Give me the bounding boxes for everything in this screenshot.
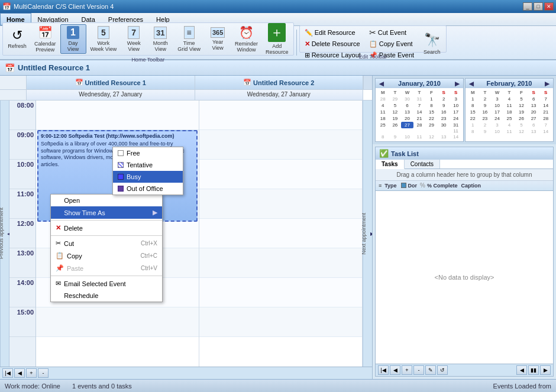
submenu-out-of-office-label: Out of Office	[127, 185, 163, 192]
ctx-open-icon	[56, 197, 61, 204]
col-dor: Dor	[406, 182, 419, 189]
ctx-sep-3	[51, 276, 162, 276]
main-content: 📅 Untitled Resource 1 📅 Untitled Resourc…	[0, 76, 556, 379]
resource-2-icon: 📅	[243, 79, 251, 86]
ctx-copy-shortcut: Ctrl+C	[140, 252, 157, 259]
ctx-sep-1	[51, 220, 162, 221]
title-bar-text: 📅 MultiCalendar C/S Client Version 4	[2, 2, 114, 11]
nav-add-button[interactable]: +	[26, 368, 37, 378]
ctx-cut-shortcut: Ctrl+X	[141, 240, 157, 247]
next-appointment-nav[interactable]: ▶ Next appointment	[363, 101, 372, 367]
resource-header-1: 📅 Untitled Resource 1	[27, 76, 195, 89]
calendar-preview-icon: 📅	[38, 25, 53, 40]
prev-appointment-nav[interactable]: ◀ Previous appointment	[0, 101, 9, 367]
jan-next-arrow[interactable]: ▶	[454, 80, 461, 87]
reminder-window-button[interactable]: ⏰ ReminderWindow	[231, 24, 261, 54]
ctx-email-event[interactable]: ✉ Email Selected Event	[51, 277, 162, 290]
tab-contacts[interactable]: Contacts	[405, 160, 440, 169]
resource-header-2: 📅 Untitled Resource 2	[195, 76, 364, 89]
col-caption: Caption	[460, 182, 483, 189]
edit-resource-button[interactable]: ✏️ Edit Resource	[301, 27, 364, 38]
ctx-copy-label: Copy	[67, 252, 82, 260]
busy-icon	[118, 174, 124, 180]
page-title-icon: 📅	[5, 63, 15, 73]
ctx-copy[interactable]: 📋 Copy Ctrl+C	[51, 250, 162, 262]
maximize-button[interactable]: □	[534, 2, 543, 11]
day-view-button[interactable]: 1 DayView	[60, 24, 86, 54]
cell-r2-9	[199, 130, 362, 160]
ctx-paste[interactable]: 📌 Paste Ctrl+V	[51, 262, 162, 274]
year-view-button[interactable]: 365 YearView	[205, 24, 231, 54]
task-list-title: Task List	[391, 150, 419, 157]
ctx-paste-label: Paste	[67, 265, 83, 272]
nav-prev-button[interactable]: ◀	[14, 368, 25, 378]
ctx-reschedule-label: Reschedule	[64, 292, 98, 299]
copy-event-button[interactable]: 📋 Copy Event	[366, 38, 418, 49]
time-grid-view-button[interactable]: ≡ TimeGrid View	[174, 24, 204, 54]
ctx-cut[interactable]: ✂ Cut Ctrl+X	[51, 237, 162, 250]
tentative-icon	[118, 162, 124, 168]
submenu-free[interactable]: Free	[113, 147, 183, 159]
feb-next-arrow[interactable]: ▶	[544, 80, 551, 87]
task-scroll-left[interactable]: ◀	[516, 365, 527, 375]
feb-weekdays: M T W T F S S	[467, 89, 552, 96]
work-mode-status: Work mode: Online	[5, 383, 60, 390]
refresh-button[interactable]: ↺ Refresh	[4, 24, 30, 54]
submenu-tentative[interactable]: Tentative	[113, 159, 183, 171]
task-scroll-mid[interactable]: ▮▮	[528, 365, 539, 375]
task-scroll-right[interactable]: ▶	[540, 365, 551, 375]
task-add-button[interactable]: +	[402, 365, 412, 375]
jan-weekdays: M T W T F S S	[377, 89, 462, 96]
task-remove-button[interactable]: -	[413, 365, 424, 375]
window-controls[interactable]: _ □ ✕	[523, 2, 554, 11]
ctx-delete[interactable]: ✕ Delete	[51, 222, 162, 234]
ctx-reschedule[interactable]: Reschedule	[51, 290, 162, 302]
delete-resource-button[interactable]: ✕ Delete Resource	[301, 38, 364, 49]
col-type: Type	[383, 182, 398, 189]
cell-r2-12	[199, 219, 362, 248]
task-prev-button[interactable]: ◀	[390, 365, 400, 375]
feb-header: ◀ February, 2010 ▶	[466, 79, 553, 88]
title-bar: 📅 MultiCalendar C/S Client Version 4 _ □…	[0, 0, 556, 13]
add-resource-button[interactable]: ＋ AddResource	[262, 24, 292, 54]
task-refresh-button[interactable]: ↺	[437, 365, 448, 375]
next-appointment-label: Next appointment	[361, 213, 367, 255]
ctx-open-label: Open	[64, 197, 80, 204]
events-loaded-status: Events Loaded from	[493, 383, 551, 390]
ctx-cut-icon: ✂	[56, 239, 61, 247]
ctx-email-label: Email Selected Event	[64, 280, 126, 287]
close-button[interactable]: ✕	[544, 2, 554, 11]
cell-r1-15	[36, 307, 199, 337]
col-type-icon: ≡	[377, 182, 383, 189]
ctx-open[interactable]: Open	[51, 195, 162, 206]
week-view-button[interactable]: 7 WeekView	[121, 24, 147, 54]
cut-event-button[interactable]: ✂ Cut Event	[366, 27, 418, 38]
submenu-busy[interactable]: Busy	[113, 171, 183, 183]
feb-prev-arrow[interactable]: ◀	[468, 80, 475, 87]
work-week-view-button[interactable]: 5 WorkWeek View	[87, 24, 121, 54]
minimize-button[interactable]: _	[523, 2, 532, 11]
cell-r2-15	[199, 307, 362, 337]
resource-2-date: Wednesday, 27 January	[195, 90, 364, 100]
edit-resource-label: Edit Resource	[315, 29, 355, 36]
work-week-icon: 5	[98, 26, 109, 39]
mini-calendars: ◀ January, 2010 ▶ M T W T F S S 2	[373, 76, 556, 144]
scrollbar-col	[363, 76, 372, 89]
submenu-out-of-office[interactable]: Out of Office	[113, 183, 183, 195]
task-first-button[interactable]: |◀	[378, 365, 389, 375]
ctx-show-time-as[interactable]: Show Time As ▶	[51, 206, 162, 219]
jan-prev-arrow[interactable]: ◀	[378, 80, 385, 87]
nav-first-button[interactable]: |◀	[2, 368, 13, 378]
free-icon	[118, 150, 124, 156]
home-toolbar-label: Home Toolbar	[2, 56, 294, 63]
calendar-preview-button[interactable]: 📅 CalendarPreview	[31, 24, 60, 54]
time-label-15: 15:00	[9, 307, 35, 337]
task-edit-button[interactable]: ✎	[425, 365, 436, 375]
tab-tasks[interactable]: Tasks	[376, 160, 405, 169]
date-scrollbar-placeholder	[363, 90, 372, 100]
nav-remove-button[interactable]: -	[38, 368, 49, 378]
month-view-button[interactable]: 31 MonthView	[147, 24, 173, 54]
ctx-delete-label: Delete	[64, 225, 83, 232]
ctx-sep-2	[51, 235, 162, 236]
reminder-label: ReminderWindow	[235, 41, 258, 53]
